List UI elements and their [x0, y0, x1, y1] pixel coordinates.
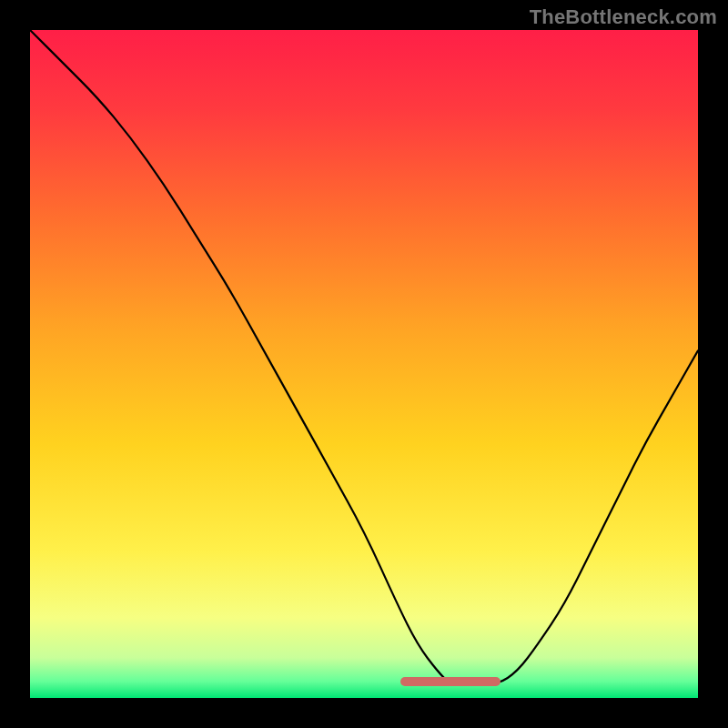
watermark-text: TheBottleneck.com: [530, 5, 717, 29]
plot-area: [30, 30, 698, 698]
optimal-range-marker: [400, 677, 500, 686]
bottleneck-curve: [30, 30, 698, 684]
chart-stage: TheBottleneck.com: [0, 0, 728, 728]
curve-layer: [30, 30, 698, 698]
